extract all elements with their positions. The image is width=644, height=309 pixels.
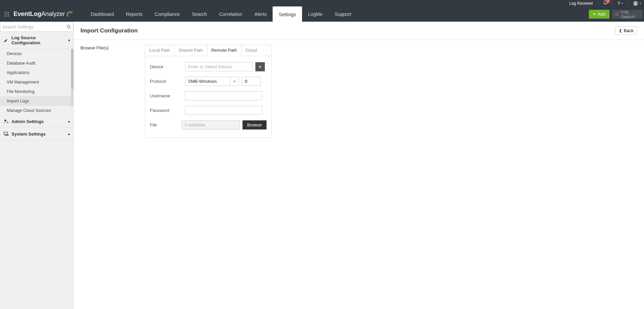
nav-tab-search[interactable]: Search bbox=[186, 6, 213, 22]
search-settings-box[interactable] bbox=[0, 22, 73, 32]
svg-point-20 bbox=[7, 134, 8, 136]
path-tab-cloud[interactable]: Cloud bbox=[242, 45, 261, 56]
row-file: File Browse bbox=[150, 120, 267, 129]
browse-label: Browse bbox=[247, 122, 262, 127]
brand-arc-icon bbox=[66, 10, 74, 18]
brand-logo[interactable]: EventLog Analyzer bbox=[14, 6, 78, 22]
log-search-placeholder: Log Search bbox=[621, 9, 640, 19]
plus-icon: + bbox=[593, 11, 596, 17]
log-search-box[interactable]: Log Search bbox=[612, 10, 643, 19]
sidebar-section-system[interactable]: System Settings ▸ bbox=[0, 128, 73, 140]
svg-rect-4 bbox=[8, 12, 9, 13]
username-input[interactable] bbox=[185, 91, 262, 100]
path-tab-local-path[interactable]: Local Path bbox=[145, 45, 174, 56]
settings-sidebar: Log Source Configuration ▾ DevicesDataba… bbox=[0, 22, 74, 309]
monitor-cog-icon bbox=[3, 131, 9, 137]
chevron-down-icon: ▾ bbox=[68, 39, 70, 42]
nav-right-actions: + Add Log Search bbox=[589, 6, 644, 22]
username-label: Username bbox=[150, 93, 185, 98]
chevron-right-icon: ▸ bbox=[68, 132, 70, 136]
nav-tab-correlation[interactable]: Correlation bbox=[213, 6, 248, 22]
svg-point-1 bbox=[635, 2, 636, 3]
import-form-card: Local PathShared PathRemote PathCloud De… bbox=[145, 45, 272, 138]
tools-icon bbox=[3, 38, 9, 43]
nav-tab-logme[interactable]: LogMe bbox=[302, 6, 329, 22]
add-button[interactable]: + Add bbox=[589, 10, 610, 19]
nav-tab-dashboard[interactable]: Dashboard bbox=[85, 6, 120, 22]
device-input[interactable] bbox=[185, 62, 253, 71]
apps-grid-button[interactable] bbox=[0, 6, 14, 22]
sidebar-section-label: Admin Settings bbox=[12, 119, 44, 124]
device-label: Device bbox=[150, 64, 185, 69]
password-input[interactable] bbox=[185, 106, 262, 115]
search-icon bbox=[615, 12, 619, 17]
notification-badge: 2 bbox=[606, 0, 610, 3]
svg-line-12 bbox=[618, 15, 618, 16]
page-header: Import Configuration ❮ Back bbox=[74, 22, 644, 40]
browse-button[interactable]: Browse bbox=[243, 120, 267, 129]
svg-rect-6 bbox=[6, 14, 7, 15]
path-tabs: Local PathShared PathRemote PathCloud bbox=[145, 45, 271, 56]
sidebar-section-log-source[interactable]: Log Source Configuration ▾ bbox=[0, 32, 73, 49]
nav-tab-compliance[interactable]: Compliance bbox=[149, 6, 186, 22]
nav-tabs: DashboardReportsComplianceSearchCorrelat… bbox=[85, 6, 358, 22]
search-icon bbox=[66, 24, 71, 29]
chevron-down-icon: ▾ bbox=[230, 77, 239, 86]
svg-line-14 bbox=[70, 28, 71, 29]
back-button[interactable]: ❮ Back bbox=[615, 26, 637, 35]
user-cog-icon bbox=[3, 119, 9, 124]
divider bbox=[613, 1, 613, 6]
file-label: File bbox=[150, 122, 182, 127]
sidebar-item-vm-management[interactable]: VM Management bbox=[0, 77, 73, 87]
svg-rect-2 bbox=[4, 12, 5, 13]
sidebar-item-devices[interactable]: Devices bbox=[0, 49, 73, 58]
sidebar-section-label: Log Source Configuration bbox=[12, 35, 66, 45]
path-tab-shared-path[interactable]: Shared Path bbox=[174, 45, 207, 56]
sidebar-item-database-audit[interactable]: Database Audit bbox=[0, 58, 73, 68]
nav-tab-support[interactable]: Support bbox=[329, 6, 358, 22]
main-navbar: EventLog Analyzer DashboardReportsCompli… bbox=[0, 6, 644, 22]
sidebar-item-applications[interactable]: Applications bbox=[0, 68, 73, 77]
log-receiver-link[interactable]: Log Receiver bbox=[569, 1, 593, 6]
scrollbar-thumb[interactable] bbox=[71, 49, 73, 89]
svg-rect-3 bbox=[6, 12, 7, 13]
chevron-left-icon: ❮ bbox=[619, 28, 622, 33]
nav-tab-settings[interactable]: Settings bbox=[273, 6, 302, 22]
sidebar-item-import-logs[interactable]: Import Logs bbox=[0, 96, 73, 106]
svg-point-13 bbox=[67, 25, 70, 28]
brand-part2: Analyzer bbox=[41, 10, 65, 18]
main-content: Import Configuration ❮ Back Browse File(… bbox=[74, 22, 644, 309]
sidebar-items-log-source: DevicesDatabase AuditApplicationsVM Mana… bbox=[0, 49, 73, 115]
add-device-button[interactable]: + bbox=[255, 62, 265, 71]
back-label: Back bbox=[624, 28, 634, 33]
file-path-input[interactable] bbox=[182, 120, 240, 129]
port-input[interactable] bbox=[242, 77, 261, 86]
user-menu[interactable]: ▾ bbox=[633, 1, 641, 6]
nav-tab-reports[interactable]: Reports bbox=[120, 6, 149, 22]
row-username: Username bbox=[150, 91, 267, 100]
sidebar-section-admin[interactable]: Admin Settings ▸ bbox=[0, 115, 73, 128]
search-settings-input[interactable] bbox=[2, 24, 66, 29]
add-label: Add bbox=[598, 11, 605, 17]
sidebar-item-manage-cloud-sources[interactable]: Manage Cloud Sources bbox=[0, 106, 73, 115]
svg-point-15 bbox=[4, 120, 6, 121]
apps-grid-icon bbox=[4, 11, 9, 17]
sidebar-item-file-monitoring[interactable]: File Monitoring bbox=[0, 87, 73, 96]
divider bbox=[598, 1, 598, 6]
form-body: Device + Protocol SMB-Wi bbox=[145, 56, 271, 138]
notifications-button[interactable]: 2 bbox=[603, 0, 608, 6]
chevron-down-icon: ▾ bbox=[640, 2, 641, 5]
divider bbox=[628, 1, 628, 6]
protocol-select[interactable]: SMB-Windows ▾ bbox=[185, 77, 239, 86]
nav-tab-alerts[interactable]: Alerts bbox=[248, 6, 273, 22]
help-menu[interactable]: ? ▾ bbox=[618, 1, 623, 6]
user-icon bbox=[633, 1, 638, 6]
plus-icon: + bbox=[258, 64, 261, 70]
row-protocol: Protocol SMB-Windows ▾ bbox=[150, 77, 267, 86]
password-label: Password bbox=[150, 108, 185, 113]
path-tab-remote-path[interactable]: Remote Path bbox=[207, 45, 242, 56]
top-utility-bar: Log Receiver 2 ? ▾ ▾ bbox=[0, 0, 644, 6]
protocol-label: Protocol bbox=[150, 79, 185, 84]
protocol-value: SMB-Windows bbox=[188, 79, 217, 84]
row-password: Password bbox=[150, 106, 267, 115]
